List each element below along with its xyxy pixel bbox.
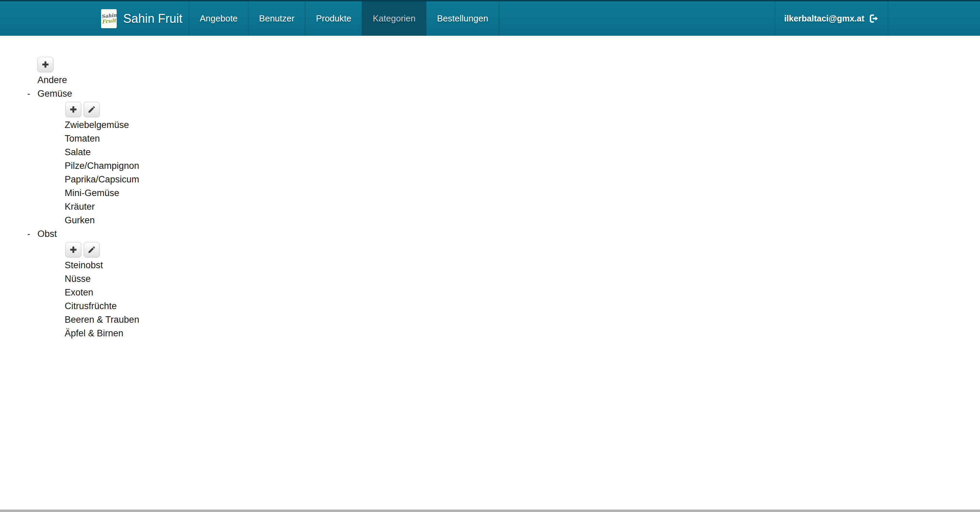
tree-leaf: Exoten [27, 286, 980, 299]
category-label[interactable]: Nüsse [65, 274, 91, 284]
tree-leaf: Kräuter [27, 200, 980, 214]
nav-item-kategorien[interactable]: Kategorien [362, 2, 426, 36]
category-label[interactable]: Pilze/Champignon [65, 161, 139, 171]
logo-text-line2: Fruit [102, 18, 116, 24]
category-label[interactable]: Tomaten [65, 134, 100, 144]
category-label[interactable]: Kräuter [65, 201, 95, 212]
plus-icon [41, 60, 50, 69]
brand[interactable]: Sahin Fruit Sahin Fruit [101, 2, 189, 36]
user-email: ilkerbaltaci@gmx.at [784, 14, 864, 24]
category-label[interactable]: Salate [65, 147, 91, 158]
plus-icon [69, 246, 78, 254]
plus-icon [69, 105, 78, 114]
tree-node-gemuese: - Gemüse [27, 87, 980, 100]
collapse-toggle-icon[interactable]: - [27, 89, 37, 98]
tree-node-obst: - Obst [27, 227, 980, 241]
edit-category-button[interactable] [84, 242, 100, 257]
tree-leaf: Beeren & Trauben [27, 313, 980, 327]
tree-node-andere: Andere [27, 73, 980, 87]
navbar: Sahin Fruit Sahin Fruit Angebote Benutze… [0, 0, 980, 36]
category-label[interactable]: Citrusfrüchte [65, 301, 117, 311]
tree-leaf: Tomaten [27, 132, 980, 145]
nav-item-angebote[interactable]: Angebote [189, 2, 248, 36]
add-subcategory-button[interactable] [65, 242, 81, 257]
category-label[interactable]: Zwiebelgemüse [65, 120, 129, 131]
tree-node-gemuese-actions [27, 100, 980, 118]
category-label[interactable]: Steinobst [65, 260, 103, 271]
navbar-inner: Sahin Fruit Sahin Fruit Angebote Benutze… [101, 2, 888, 36]
category-label[interactable]: Äpfel & Birnen [65, 328, 124, 339]
brand-title: Sahin Fruit [123, 11, 182, 26]
logout-button[interactable] [869, 13, 879, 24]
tree-leaf: Citrusfrüchte [27, 299, 980, 313]
category-tree: Andere - Gemüse Zwiebelgemüse Tomaten Sa… [0, 36, 980, 340]
tree-leaf: Zwiebelgemüse [27, 118, 980, 132]
tree-leaf: Mini-Gemüse [27, 186, 980, 200]
sign-out-icon [869, 13, 879, 24]
category-label[interactable]: Gemüse [37, 89, 72, 99]
category-label[interactable]: Beeren & Trauben [65, 314, 139, 325]
nav-item-bestellungen[interactable]: Bestellungen [426, 2, 499, 36]
tree-leaf: Nüsse [27, 272, 980, 286]
add-subcategory-button[interactable] [65, 102, 81, 117]
tree-leaf: Gurken [27, 214, 980, 227]
category-label[interactable]: Andere [37, 75, 67, 85]
brand-logo: Sahin Fruit [101, 9, 117, 28]
tree-leaf: Salate [27, 145, 980, 159]
collapse-toggle-icon[interactable]: - [27, 230, 37, 239]
tree-root-actions [27, 56, 980, 73]
tree-leaf: Paprika/Capsicum [27, 172, 980, 186]
category-label[interactable]: Paprika/Capsicum [65, 174, 139, 185]
category-label[interactable]: Exoten [65, 287, 93, 298]
pencil-icon [88, 246, 96, 254]
category-label[interactable]: Mini-Gemüse [65, 188, 119, 198]
nav-tabs: Angebote Benutzer Produkte Kategorien Be… [189, 2, 499, 36]
category-label[interactable]: Obst [37, 229, 57, 239]
nav-item-produkte[interactable]: Produkte [305, 2, 362, 36]
user-cell: ilkerbaltaci@gmx.at [775, 2, 888, 36]
pencil-icon [88, 105, 96, 114]
tree-node-obst-actions [27, 241, 980, 258]
navbar-spacer [499, 2, 775, 36]
nav-item-benutzer[interactable]: Benutzer [248, 2, 305, 36]
tree-leaf: Pilze/Champignon [27, 159, 980, 172]
footer-divider [0, 510, 980, 512]
add-root-category-button[interactable] [37, 57, 53, 72]
tree-leaf: Steinobst [27, 258, 980, 272]
tree-leaf: Äpfel & Birnen [27, 327, 980, 340]
edit-category-button[interactable] [84, 102, 100, 117]
category-label[interactable]: Gurken [65, 215, 95, 226]
